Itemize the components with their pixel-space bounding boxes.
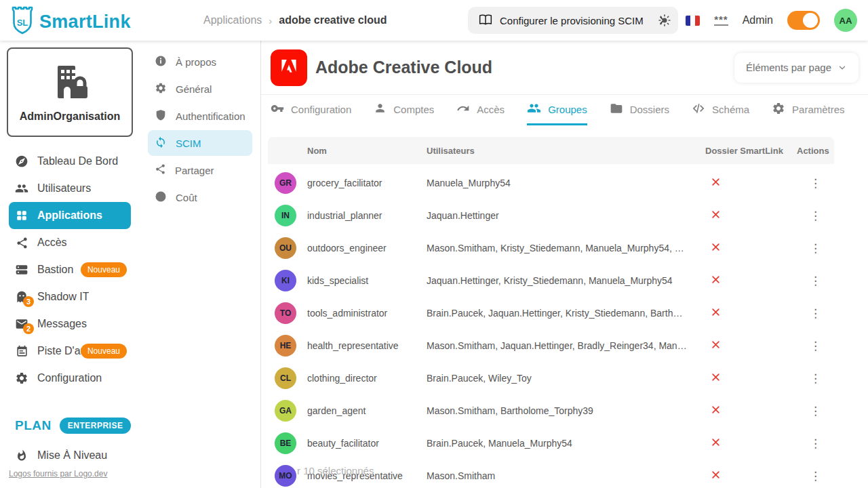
apps-grid-icon (15, 209, 28, 222)
submenu-item-authentication[interactable]: Authentification (148, 103, 252, 129)
group-avatar: GA (275, 400, 296, 422)
group-users: Manuela_Murphy54 (427, 178, 705, 188)
group-avatar: OU (275, 237, 296, 259)
group-name: movies_representative (307, 470, 427, 481)
folder-status-cell (705, 470, 797, 483)
smartlink-shield-icon: SL (9, 5, 35, 38)
submenu-item-share[interactable]: Partager (148, 157, 252, 183)
items-per-page-select[interactable]: Éléments par page (734, 53, 859, 83)
breadcrumb-current: adobe creative cloud (279, 14, 387, 26)
folder-status-cell (705, 242, 797, 255)
folder-status-cell (705, 372, 797, 385)
admin-mode-toggle[interactable] (787, 11, 820, 30)
row-actions-button[interactable]: ⋮ (797, 209, 834, 223)
sidebar-item-users[interactable]: Utilisateurs (9, 175, 131, 202)
configure-scim-button[interactable]: Configurer le provisioning SCIM (468, 7, 678, 34)
row-actions-button[interactable]: ⋮ (797, 436, 834, 451)
configure-scim-label: Configurer le provisioning SCIM (500, 15, 644, 26)
red-x-icon (711, 209, 721, 222)
sidebar-item-access[interactable]: Accès (9, 229, 131, 256)
row-actions-button[interactable]: ⋮ (797, 404, 834, 418)
logo-credit-link[interactable]: Logos fournis par Logo.dev (9, 469, 107, 479)
row-actions-button[interactable]: ⋮ (797, 371, 834, 386)
table-row[interactable]: CL clothing_director Brain.Paucek, Wiley… (268, 362, 834, 394)
users-icon (15, 182, 28, 195)
breadcrumb-parent[interactable]: Applications (203, 14, 262, 26)
column-actions: Actions (797, 146, 834, 156)
group-name: health_representative (307, 340, 427, 351)
group-users: Mason.Smitham (427, 470, 705, 481)
plan-enterprise-badge[interactable]: ENTERPRISE (60, 418, 132, 434)
breadcrumb-separator-icon: › (269, 15, 272, 26)
column-users: Utilisateurs (427, 146, 705, 156)
calendar-icon (15, 344, 28, 358)
svg-text:SL: SL (17, 18, 28, 28)
user-avatar[interactable]: AA (834, 9, 857, 32)
tab-settings[interactable]: Paramètres (772, 95, 845, 125)
top-right-controls: *** Admin AA (658, 0, 857, 41)
submenu-item-scim[interactable]: SCIM (148, 130, 252, 156)
language-flag-fr-icon[interactable] (686, 16, 700, 26)
asterisks-menu-icon[interactable]: *** (714, 15, 728, 26)
group-name: beauty_facilitator (307, 438, 427, 449)
tab-accounts[interactable]: Comptes (374, 95, 434, 125)
organisation-building-lock-icon (48, 62, 92, 104)
tab-schema[interactable]: Schéma (692, 95, 749, 125)
sidebar-item-applications[interactable]: Applications (9, 202, 131, 229)
table-row[interactable]: KI kids_specialist Jaquan.Hettinger, Kri… (268, 264, 834, 297)
red-x-icon (711, 242, 721, 255)
row-actions-button[interactable]: ⋮ (797, 306, 834, 321)
sidebar-item-messages[interactable]: 2 Messages (9, 310, 131, 338)
row-actions-button[interactable]: ⋮ (797, 241, 834, 256)
group-users: Jaquan.Hettinger (427, 210, 705, 221)
submenu-item-general[interactable]: Général (148, 76, 252, 102)
messages-count-badge: 2 (23, 323, 34, 334)
organisation-card[interactable]: AdminOrganisation (7, 47, 133, 137)
group-avatar: KI (275, 270, 296, 291)
theme-sun-icon[interactable] (658, 14, 671, 27)
gear-icon (772, 102, 785, 117)
group-name: industrial_planner (307, 210, 427, 221)
table-row[interactable]: BE beauty_facilitator Brain.Paucek, Manu… (268, 427, 834, 460)
table-row[interactable]: IN industrial_planner Jaquan.Hettinger ⋮ (268, 199, 834, 232)
sidebar-item-audit-trail[interactable]: Piste D'au Nouveau (9, 338, 131, 365)
tab-access[interactable]: Accès (456, 95, 505, 125)
tab-folders[interactable]: Dossiers (610, 95, 669, 125)
table-header: Nom Utilisateurs Dossier SmartLink Actio… (268, 137, 834, 164)
row-actions-button[interactable]: ⋮ (797, 176, 834, 190)
dollar-icon: $ (155, 190, 167, 205)
group-avatar: MO (275, 465, 296, 487)
gear-icon (155, 82, 167, 96)
sidebar-item-dashboard[interactable]: Tableau De Bord (9, 148, 131, 175)
table-row[interactable]: GA garden_agent Mason.Smitham, Bartholom… (268, 394, 834, 427)
flame-icon (15, 449, 28, 462)
row-actions-button[interactable]: ⋮ (797, 274, 834, 288)
table-row[interactable]: MO movies_representative Mason.Smitham ⋮ (268, 460, 834, 488)
group-avatar: CL (275, 367, 296, 389)
red-x-icon (711, 340, 721, 352)
sidebar-item-shadow-it[interactable]: 3 Shadow IT (9, 283, 131, 310)
tab-groups[interactable]: Groupes (527, 95, 587, 125)
table-row[interactable]: HE health_representative Mason.Smitham, … (268, 329, 834, 362)
sidebar-item-bastion[interactable]: Bastion Nouveau (9, 256, 131, 283)
group-name: kids_specialist (307, 275, 427, 286)
group-name: grocery_facilitator (307, 178, 427, 188)
table-row[interactable]: OU outdoors_engineer Mason.Smitham, Kris… (268, 232, 834, 264)
tab-configuration[interactable]: Configuration (271, 95, 351, 125)
sidebar-item-configuration[interactable]: Configuration (9, 365, 131, 392)
table-row[interactable]: GR grocery_facilitator Manuela_Murphy54 … (268, 167, 834, 199)
table-row[interactable]: TO tools_administrator Brain.Paucek, Jaq… (268, 297, 834, 329)
row-actions-button[interactable]: ⋮ (797, 469, 834, 483)
group-avatar: TO (275, 302, 296, 324)
group-users: Mason.Smitham, Kristy_Stiedemann, Manuel… (427, 243, 705, 253)
chevron-down-icon (837, 63, 847, 73)
submenu-item-about[interactable]: À propos (148, 49, 252, 75)
adobe-logo-icon (271, 49, 307, 86)
brand-logo[interactable]: SL SmartLink (9, 5, 131, 38)
sidebar-item-upgrade[interactable]: Mise À Niveau (9, 442, 131, 469)
app-tabs: Configuration Comptes Accès Groupes Doss… (261, 95, 868, 125)
folder-status-cell (705, 405, 797, 418)
mail-icon: 2 (15, 317, 28, 331)
row-actions-button[interactable]: ⋮ (797, 339, 834, 353)
submenu-item-cost[interactable]: $ Coût (148, 184, 252, 210)
